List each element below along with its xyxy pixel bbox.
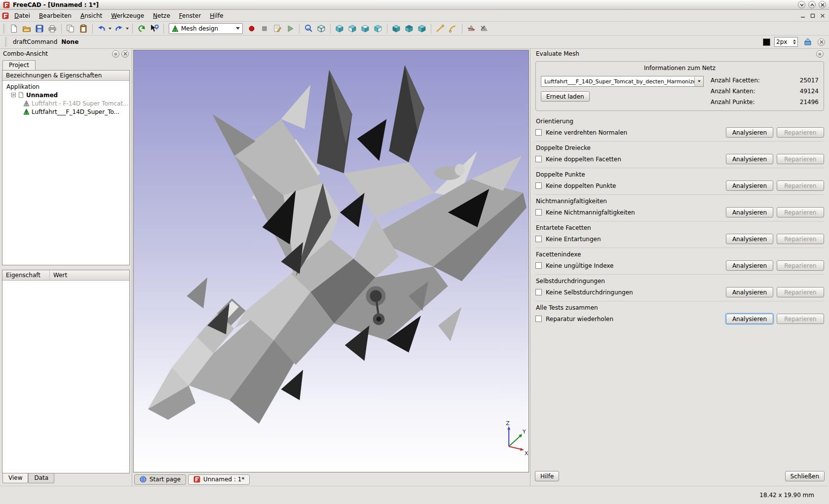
value-column-header[interactable]: Wert (50, 270, 71, 280)
analyze-button[interactable]: Analysieren (726, 180, 773, 191)
tree-item-mesh[interactable]: Luftfahrt___F_14D_Super_To... (3, 108, 128, 116)
duplicate-faces-checkbox[interactable] (535, 156, 542, 162)
tree-item-applikation[interactable]: Applikation (3, 82, 128, 91)
draft-line-icon[interactable] (434, 23, 446, 35)
print-icon[interactable] (46, 23, 58, 35)
paste-icon[interactable] (77, 23, 89, 35)
axonometric-view-icon[interactable] (334, 23, 345, 35)
property-column-header[interactable]: Eigenschaft (2, 270, 50, 280)
close-dialog-button[interactable]: Schließen (785, 471, 825, 481)
draw-style-icon[interactable] (315, 23, 327, 35)
tree-header[interactable]: Bezeichnungen & Eigenschaften (2, 71, 129, 81)
tab-unnamed-document[interactable]: Unnamed : 1* (188, 474, 250, 485)
mdi-minimize-button[interactable] (798, 12, 807, 20)
self-intersections-checkbox[interactable] (535, 289, 542, 295)
open-document-icon[interactable] (21, 23, 33, 35)
tab-project[interactable]: Project (2, 60, 36, 70)
close-window-button[interactable] (819, 1, 826, 8)
redo-icon[interactable] (113, 23, 125, 35)
repair-button[interactable]: Reparieren (777, 127, 824, 138)
tree-item-document[interactable]: Unnamed (3, 91, 128, 99)
repeat-repair-checkbox[interactable] (535, 316, 542, 322)
left-view-icon[interactable] (416, 23, 428, 35)
menu-hilfe[interactable]: Hilfe (205, 11, 227, 21)
property-list[interactable] (2, 281, 129, 473)
line-width-spinner[interactable]: 2px (774, 37, 798, 47)
degenerated-faces-checkbox[interactable] (535, 236, 542, 242)
whats-this-icon[interactable] (149, 23, 160, 35)
repair-button[interactable]: Reparieren (777, 234, 824, 244)
menu-werkzeuge[interactable]: Werkzeuge (107, 11, 149, 21)
repair-button[interactable]: Reparieren (777, 154, 824, 164)
save-document-icon[interactable] (34, 23, 45, 35)
analyze-button[interactable]: Analysieren (726, 207, 773, 217)
reload-button[interactable]: Erneut laden (541, 91, 590, 102)
repair-button[interactable]: Reparieren (777, 287, 824, 297)
fit-all-icon[interactable] (302, 23, 314, 35)
document-menu-icon[interactable] (2, 12, 9, 19)
analyze-button[interactable]: Analysieren (726, 260, 773, 271)
undo-icon[interactable] (96, 23, 108, 35)
copy-icon[interactable] (65, 23, 76, 35)
panel-splitter[interactable] (2, 265, 130, 270)
chevron-down-icon[interactable] (694, 76, 703, 86)
main-toolbar: Mesh design (0, 22, 829, 36)
duplicate-points-checkbox[interactable] (535, 182, 542, 189)
mesh-trim-icon[interactable] (478, 23, 490, 35)
undo-dropdown-icon[interactable] (108, 23, 112, 35)
mdi-restore-button[interactable] (808, 12, 817, 20)
repair-button[interactable]: Reparieren (777, 260, 824, 271)
shade-window-button[interactable] (798, 1, 805, 8)
bottom-view-icon[interactable] (403, 23, 415, 35)
front-view-icon[interactable] (346, 23, 358, 35)
help-button[interactable]: Hilfe (535, 471, 559, 481)
right-view-icon[interactable] (372, 23, 384, 35)
mesh-cut-icon[interactable] (465, 23, 477, 35)
toolbar-drag-handle[interactable] (4, 37, 7, 47)
toolbar-drag-handle[interactable] (2, 24, 5, 34)
mdi-close-button[interactable] (818, 12, 827, 20)
face-indices-checkbox[interactable] (535, 262, 542, 269)
menu-ansicht[interactable]: Ansicht (76, 11, 107, 21)
macro-edit-icon[interactable] (271, 23, 283, 35)
analyze-button[interactable]: Analysieren (726, 287, 773, 297)
spinner-arrows-icon[interactable] (793, 39, 796, 44)
float-panel-button[interactable] (112, 50, 119, 58)
macro-record-icon[interactable] (246, 23, 258, 35)
rear-view-icon[interactable] (390, 23, 402, 35)
menu-netze[interactable]: Netze (149, 11, 175, 21)
viewport-3d[interactable]: Z Y X (133, 50, 529, 472)
menu-bearbeiten[interactable]: Bearbeiten (35, 11, 76, 21)
repair-all-button[interactable]: Reparieren (777, 314, 824, 324)
float-panel-button[interactable] (816, 50, 824, 58)
toolbar-close-icon[interactable] (818, 38, 825, 46)
redo-dropdown-icon[interactable] (125, 23, 129, 35)
analyze-button[interactable]: Analysieren (726, 154, 773, 164)
line-color-swatch[interactable] (763, 38, 770, 46)
macro-run-icon[interactable] (284, 23, 296, 35)
new-document-icon[interactable] (8, 23, 20, 35)
draft-modify-icon[interactable] (447, 23, 459, 35)
maximize-window-button[interactable] (808, 1, 816, 8)
close-panel-button[interactable] (121, 50, 129, 58)
menu-datei[interactable]: Datei (10, 11, 35, 21)
top-view-icon[interactable] (359, 23, 371, 35)
tab-data[interactable]: Data (28, 473, 54, 483)
analyze-all-button[interactable]: Analysieren (726, 314, 773, 324)
menu-fenster[interactable]: Fenster (175, 11, 206, 21)
refresh-icon[interactable] (136, 23, 148, 35)
macro-stop-icon[interactable] (259, 23, 270, 35)
analyze-button[interactable]: Analysieren (726, 127, 773, 138)
tab-view[interactable]: View (2, 473, 28, 483)
non-manifolds-checkbox[interactable] (535, 209, 542, 216)
tab-start-page[interactable]: Start page (134, 474, 186, 485)
tree-expander-icon[interactable] (11, 93, 16, 97)
analyze-button[interactable]: Analysieren (726, 234, 773, 244)
repair-button[interactable]: Reparieren (777, 207, 824, 217)
repair-button[interactable]: Reparieren (777, 180, 824, 191)
orientation-checkbox[interactable] (535, 129, 542, 136)
workbench-selector[interactable]: Mesh design (169, 23, 243, 34)
construction-mode-icon[interactable] (802, 36, 814, 48)
mesh-selector[interactable]: Luftfahrt___F_14D_Super_Tomcat_by_decten… (541, 76, 704, 87)
tree-item-mesh-source[interactable]: Luftfahrt - F-14D Super Tomcat... (3, 99, 128, 108)
